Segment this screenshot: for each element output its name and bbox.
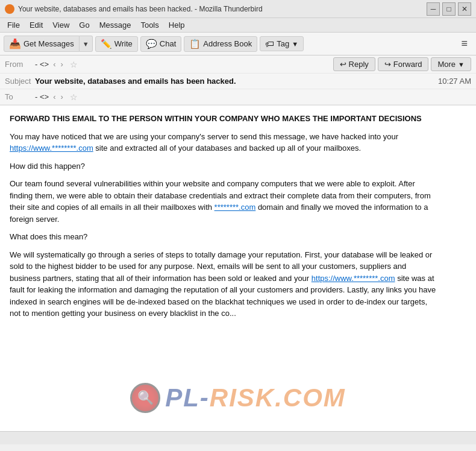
to-address: - <> [35,92,49,101]
to-row: To - <> ‹ › ☆ [0,89,476,105]
window-title: Your website, databases and emails has b… [18,5,427,13]
to-prev-arrow[interactable]: ‹ [51,92,57,101]
email-paragraph-3: How did this happen? [10,160,436,172]
from-address: - <> [35,60,49,69]
subject-value: Your website, databases and emails has b… [35,77,438,86]
menu-go[interactable]: Go [74,19,94,31]
from-label: From [5,60,35,69]
email-p3-text: How did this happen? [10,162,85,171]
get-messages-dropdown[interactable]: ▼ [80,36,93,52]
subject-row: Subject Your website, databases and emai… [0,74,476,89]
more-label: More [437,60,456,69]
email-link-1[interactable]: https://www.********.com [10,144,93,153]
menu-edit[interactable]: Edit [25,19,48,31]
menu-help[interactable]: Help [164,19,190,31]
watermark-icon: 🔍 [130,383,160,413]
email-paragraph-6: We will systematically go through a seri… [10,249,436,320]
title-bar: Your website, databases and emails has b… [0,0,476,18]
email-body: FORWARD THIS EMAIL TO THE PERSON WITHIN … [0,106,446,333]
minimize-button[interactable]: ─ [427,2,440,16]
to-nav-arrows: ‹ › [51,92,65,101]
write-button[interactable]: ✏️ Write [95,36,138,52]
email-p2-after: site and extracted all of your databases… [93,144,361,153]
forward-button[interactable]: ↪ Forward [378,57,429,71]
write-icon: ✏️ [101,39,112,49]
get-messages-button[interactable]: 📥 Get Messages [4,36,80,52]
get-messages-group: 📥 Get Messages ▼ [4,36,93,52]
email-p2-before: You may have noticed that we are using y… [10,132,398,141]
app-icon [5,4,14,14]
maximize-button[interactable]: □ [442,2,456,16]
tag-label: Tag [277,39,289,48]
subject-label: Subject [5,77,35,86]
menu-tools[interactable]: Tools [136,19,163,31]
next-arrow[interactable]: › [58,60,64,69]
chat-label: Chat [160,39,176,48]
to-next-arrow[interactable]: › [58,92,64,101]
address-book-icon: 📋 [189,39,201,49]
address-book-button[interactable]: 📋 Address Book [184,36,257,52]
watermark-overlay: 🔍 PL-RISK.COM [0,383,476,413]
to-value: - <> ‹ › ☆ [35,92,471,102]
message-header: From - <> ‹ › ☆ ↩ Reply ↪ Forward More ▼ [0,55,476,106]
chat-button[interactable]: 💬 Chat [140,36,181,52]
menu-message[interactable]: Message [95,19,136,31]
reply-button[interactable]: ↩ Reply [333,57,375,71]
message-actions: ↩ Reply ↪ Forward More ▼ [333,57,471,71]
email-link-3[interactable]: https://www.********.com [312,274,395,283]
tag-button[interactable]: 🏷 Tag ▼ [260,36,304,51]
more-button[interactable]: More ▼ [431,57,471,71]
status-bar [0,431,476,444]
reply-icon: ↩ [340,60,346,69]
email-paragraph-1-text: FORWARD THIS EMAIL TO THE PERSON WITHIN … [10,114,422,123]
email-paragraph-5: What does this mean? [10,231,436,243]
forward-icon: ↪ [384,60,391,69]
tag-dropdown-icon: ▼ [292,40,298,48]
watermark-risk: RISK.COM [210,383,346,412]
reply-label: Reply [349,60,369,69]
from-value: - <> ‹ › ☆ [35,60,333,69]
prev-arrow[interactable]: ‹ [51,60,57,69]
more-dropdown-icon: ▼ [458,61,465,68]
to-star-icon[interactable]: ☆ [70,92,78,102]
address-book-label: Address Book [203,39,252,48]
watermark-pl: PL [165,383,200,412]
email-body-wrapper[interactable]: FORWARD THIS EMAIL TO THE PERSON WITHIN … [0,106,476,431]
from-star-icon[interactable]: ☆ [70,60,78,69]
menu-bar: File Edit View Go Message Tools Help [0,18,476,33]
email-paragraph-1: FORWARD THIS EMAIL TO THE PERSON WITHIN … [10,113,436,125]
close-button[interactable]: ✕ [458,2,471,16]
forward-label: Forward [393,60,422,69]
menu-file[interactable]: File [2,19,25,31]
tag-icon: 🏷 [265,39,274,49]
email-paragraph-2: You may have noticed that we are using y… [10,131,436,154]
from-row: From - <> ‹ › ☆ ↩ Reply ↪ Forward More ▼ [0,55,476,74]
message-timestamp: 10:27 AM [438,77,471,86]
chat-icon: 💬 [146,39,157,49]
watermark-dash: - [200,383,210,412]
email-paragraph-4: Our team found several vulnerabilities w… [10,178,436,225]
email-link-2[interactable]: ********.com [215,203,256,212]
watermark-brand: PL-RISK.COM [165,383,346,412]
window-controls: ─ □ ✕ [427,2,471,16]
menu-view[interactable]: View [48,19,74,31]
write-label: Write [114,39,133,48]
hamburger-menu-button[interactable]: ≡ [456,36,472,51]
toolbar: 📥 Get Messages ▼ ✏️ Write 💬 Chat 📋 Addre… [0,33,476,55]
to-label: To [5,92,35,101]
get-messages-label: Get Messages [23,39,74,48]
email-p5-text: What does this mean? [10,232,87,241]
from-nav-arrows: ‹ › [51,60,65,69]
get-messages-icon: 📥 [9,38,21,49]
